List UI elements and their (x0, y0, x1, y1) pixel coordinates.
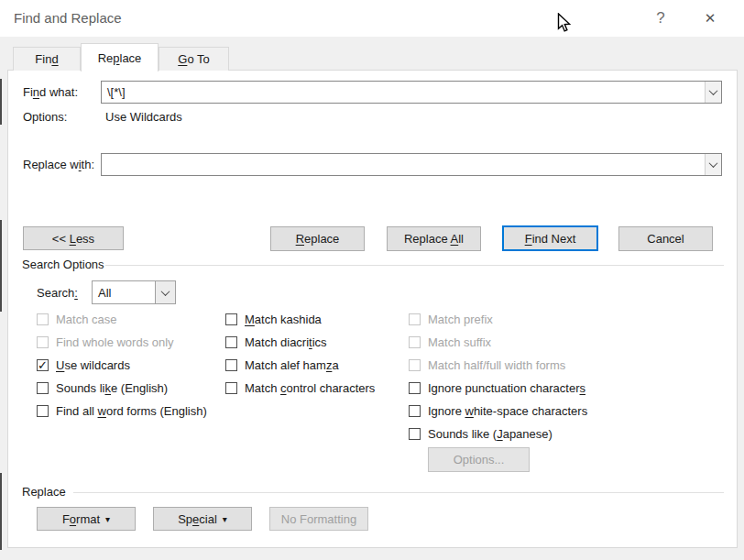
cancel-button-label: Cancel (647, 232, 684, 246)
checkbox-label: Match diacritics (245, 335, 327, 349)
find-and-replace-dialog: { "dialog": { "title": "Find and Replace… (0, 0, 744, 560)
format-button-label: Format (62, 512, 100, 526)
match-half-full-width-forms-checkbox (409, 359, 421, 371)
checkbox-label: Sounds like (Japanese) (428, 427, 553, 441)
special-button[interactable]: Special ▾ (153, 507, 252, 531)
chevron-down-icon (161, 287, 170, 296)
checkbox-label: Ignore punctuation characters (428, 381, 585, 395)
checkbox-label: Match control characters (245, 381, 375, 395)
checkbox-label: Match prefix (428, 313, 493, 326)
match-diacritics-checkbox[interactable] (225, 336, 237, 348)
use-wildcards-checkbox[interactable]: ✓ (37, 359, 49, 371)
match-case-checkbox (37, 313, 49, 325)
match-control-characters-checkbox[interactable] (225, 382, 237, 394)
cancel-button[interactable]: Cancel (618, 226, 713, 251)
checkbox-label: Use wildcards (56, 358, 130, 372)
replace-all-button[interactable]: Replace All (387, 226, 481, 251)
checkbox-row-find-all-word-forms-english[interactable]: Find all word forms (English) (37, 404, 207, 417)
dialog-title: Find and Replace (14, 10, 122, 26)
find-what-dropdown-button[interactable] (705, 82, 721, 103)
tab-replace-label: Replace (98, 51, 142, 65)
tab-find[interactable]: Find (13, 47, 81, 71)
checkbox-row-find-whole-words-only: Find whole words only (37, 335, 207, 348)
chevron-down-icon (709, 159, 718, 168)
match-alef-hamza-checkbox[interactable] (225, 359, 237, 371)
checkbox-column-2: Match kashidaMatch diacriticsMatch alef … (225, 313, 375, 394)
tab-find-label: Find (35, 52, 58, 66)
checkbox-label: Match case (56, 313, 116, 326)
options-label: Options: (23, 110, 67, 125)
replace-all-button-label: Replace All (404, 232, 464, 246)
checkbox-label: Match alef hamza (245, 358, 339, 372)
find-next-button-label: Find Next (525, 232, 576, 246)
find-what-value[interactable]: \[*\] (102, 85, 705, 99)
checkbox-row-ignore-white-space-characters[interactable]: Ignore white-space characters (409, 404, 587, 417)
dropdown-arrow-icon: ▾ (223, 514, 227, 524)
match-kashida-checkbox[interactable] (225, 313, 237, 325)
checkbox-label: Sounds like (English) (56, 381, 168, 395)
search-direction-combobox[interactable]: All (92, 280, 176, 304)
checkbox-row-match-diacritics[interactable]: Match diacritics (225, 335, 375, 348)
checkbox-row-match-alef-hamza[interactable]: Match alef hamza (225, 358, 375, 371)
checkbox-column-3: Match prefixMatch suffixMatch half/full … (409, 313, 587, 440)
less-button-label: << Less (52, 232, 94, 246)
find-what-combobox[interactable]: \[*\] (101, 81, 722, 104)
checkbox-row-match-prefix: Match prefix (409, 313, 587, 325)
help-button[interactable]: ? (647, 5, 674, 31)
checkbox-row-use-wildcards[interactable]: ✓Use wildcards (37, 358, 207, 371)
checkbox-label: Match half/full width forms (428, 358, 565, 372)
match-suffix-checkbox (409, 336, 421, 348)
replace-section-divider (73, 492, 724, 493)
search-direction-value[interactable]: All (93, 286, 155, 300)
find-all-word-forms-english-checkbox[interactable] (37, 405, 49, 417)
options-button: Options... (428, 447, 530, 472)
options-button-label: Options... (454, 453, 505, 467)
find-what-label: Find what: (23, 85, 78, 100)
checkbox-row-match-suffix: Match suffix (409, 335, 587, 348)
close-icon[interactable]: ✕ (696, 5, 724, 31)
checkbox-label: Ignore white-space characters (428, 404, 587, 418)
checkbox-label: Match suffix (428, 335, 491, 349)
sounds-like-japanese-checkbox[interactable] (409, 428, 421, 440)
checkbox-row-ignore-punctuation-characters[interactable]: Ignore punctuation characters (409, 381, 587, 394)
find-next-button[interactable]: Find Next (502, 225, 598, 251)
sounds-like-english-checkbox[interactable] (37, 382, 49, 394)
replace-with-dropdown-button[interactable] (705, 154, 721, 175)
search-direction-dropdown-button[interactable] (155, 281, 175, 303)
replace-section-header: Replace (22, 485, 66, 500)
less-button[interactable]: << Less (23, 226, 124, 250)
search-options-header: Search Options (22, 258, 104, 272)
ignore-punctuation-characters-checkbox[interactable] (409, 382, 421, 394)
replace-button-label: Replace (296, 232, 340, 246)
no-formatting-button-label: No Formatting (281, 512, 356, 526)
special-button-label: Special (178, 512, 217, 526)
ignore-white-space-characters-checkbox[interactable] (409, 405, 421, 417)
no-formatting-button: No Formatting (269, 507, 368, 531)
checkbox-row-sounds-like-english[interactable]: Sounds like (English) (37, 381, 207, 394)
checkbox-label: Find whole words only (56, 335, 174, 349)
options-value: Use Wildcards (105, 110, 182, 125)
checkbox-label: Match kashida (245, 313, 322, 326)
find-whole-words-only-checkbox (37, 336, 49, 348)
replace-with-combobox[interactable] (101, 153, 722, 176)
checkbox-row-match-control-characters[interactable]: Match control characters (225, 381, 375, 394)
checkbox-row-sounds-like-japanese[interactable]: Sounds like (Japanese) (409, 427, 587, 440)
tab-panel (7, 70, 738, 548)
background-window-edge (0, 79, 2, 125)
replace-button[interactable]: Replace (270, 226, 365, 251)
background-window-edge (0, 473, 2, 550)
tab-replace[interactable]: Replace (81, 43, 159, 71)
checkbox-row-match-kashida[interactable]: Match kashida (225, 313, 375, 325)
checkbox-row-match-case: Match case (37, 313, 207, 325)
match-prefix-checkbox (409, 313, 421, 325)
checkbox-row-match-half-full-width-forms: Match half/full width forms (409, 358, 587, 371)
search-options-divider (105, 265, 724, 266)
tab-go-to-label: Go To (178, 52, 209, 66)
search-direction-label: Search: (37, 286, 78, 301)
format-button[interactable]: Format ▾ (37, 507, 136, 531)
tab-go-to[interactable]: Go To (159, 47, 229, 71)
dropdown-arrow-icon: ▾ (105, 514, 110, 524)
checkbox-column-1: Match caseFind whole words only✓Use wild… (37, 313, 207, 417)
chevron-down-icon (709, 86, 718, 95)
background-window-edge (0, 220, 2, 312)
